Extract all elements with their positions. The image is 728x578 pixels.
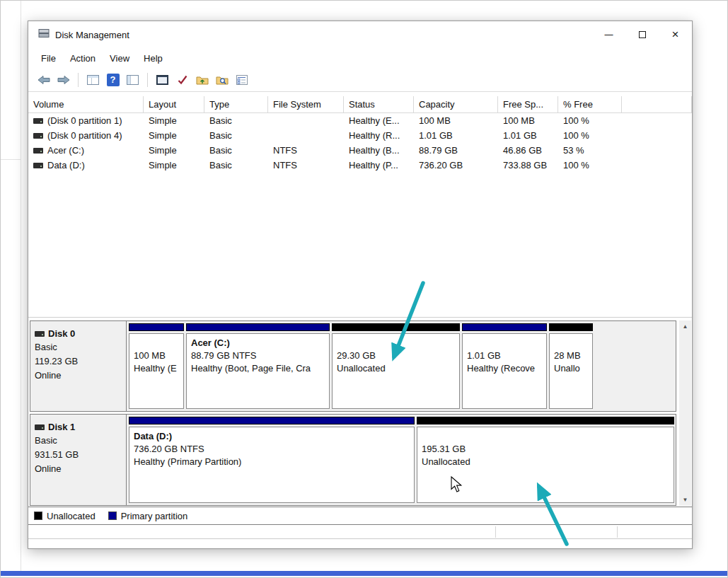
- menu-action[interactable]: Action: [63, 51, 103, 66]
- close-button[interactable]: ×: [659, 21, 692, 48]
- partition-disk1-unallocated[interactable]: 195.31 GB Unallocated: [417, 417, 674, 503]
- toolbar-separator: [78, 73, 79, 87]
- partition-status: Healthy (Recove: [467, 362, 542, 375]
- cell-status: Healthy (E...: [344, 113, 414, 128]
- legend-label: Unallocated: [47, 511, 96, 521]
- disk-type: Basic: [35, 435, 126, 446]
- cell-percent-free: 100 %: [558, 128, 622, 143]
- toolbar-separator: [147, 73, 148, 87]
- cell-volume: (Disk 0 partition 1): [47, 115, 122, 126]
- cell-file-system: NTFS: [268, 143, 344, 158]
- menu-help[interactable]: Help: [137, 51, 170, 66]
- cell-type: Basic: [204, 113, 268, 128]
- partition-disk0-unallocated[interactable]: 29.30 GB Unallocated: [332, 323, 460, 409]
- column-header-type[interactable]: Type: [204, 96, 268, 112]
- disk-name: Disk 0: [48, 328, 75, 339]
- vertical-scrollbar[interactable]: ▲ ▼: [679, 320, 691, 506]
- column-header-free-space[interactable]: Free Sp...: [498, 96, 558, 112]
- partition-color-strip: [462, 323, 547, 331]
- volume-list-pane: Volume Layout Type File System Status Ca…: [28, 96, 692, 318]
- forward-arrow-icon[interactable]: [55, 71, 71, 88]
- cell-volume: (Disk 0 partition 4): [47, 130, 122, 141]
- minimize-icon: —: [605, 30, 613, 40]
- partition-acer-c[interactable]: Acer (C:) 88.79 GB NTFS Healthy (Boot, P…: [186, 323, 330, 409]
- disk-status: Online: [35, 463, 126, 475]
- menubar: File Action View Help: [28, 48, 692, 68]
- cell-file-system: [268, 128, 344, 143]
- column-header-filler: [622, 96, 692, 112]
- disk-0-label[interactable]: Disk 0 Basic 119.23 GB Online: [30, 321, 127, 411]
- disk-0-graph: 100 MB Healthy (E Acer (C:) 88.79 GB NTF…: [127, 321, 676, 411]
- disk-1-graph: Data (D:) 736.20 GB NTFS Healthy (Primar…: [127, 415, 676, 505]
- table-row[interactable]: Data (D:) Simple Basic NTFS Healthy (P..…: [28, 158, 692, 173]
- show-action-pane-icon[interactable]: [125, 71, 141, 88]
- back-arrow-icon[interactable]: [35, 71, 52, 88]
- folder-search-icon[interactable]: [214, 71, 230, 88]
- partition-status: Unallo: [554, 362, 588, 375]
- column-header-file-system[interactable]: File System: [268, 96, 344, 112]
- scroll-down-icon[interactable]: ▼: [679, 494, 691, 506]
- menu-view[interactable]: View: [103, 51, 137, 66]
- column-header-volume[interactable]: Volume: [28, 96, 144, 112]
- cell-file-system: [268, 113, 344, 128]
- scroll-up-icon[interactable]: ▲: [679, 320, 691, 333]
- table-row[interactable]: Acer (C:) Simple Basic NTFS Healthy (B..…: [28, 143, 692, 158]
- partition-color-strip: [417, 417, 674, 424]
- volume-icon: [33, 133, 43, 139]
- cell-status: Healthy (R...: [344, 128, 414, 143]
- cell-free-space: 733.88 GB: [498, 158, 558, 173]
- cell-volume: Acer (C:): [47, 145, 84, 156]
- partition-color-strip: [129, 323, 184, 331]
- disk-1-label[interactable]: Disk 1 Basic 931.51 GB Online: [30, 415, 127, 505]
- column-header-layout[interactable]: Layout: [144, 96, 204, 112]
- partition-status: Healthy (E: [134, 362, 179, 375]
- properties-form-icon[interactable]: [233, 71, 250, 88]
- volume-list-header: Volume Layout Type File System Status Ca…: [28, 96, 692, 113]
- cell-capacity: 1.01 GB: [414, 128, 498, 143]
- partition-name: [337, 337, 455, 349]
- disk-icon: [35, 331, 45, 337]
- cell-capacity: 736.20 GB: [414, 158, 498, 173]
- unallocated-color-swatch: [34, 511, 42, 520]
- disk-size: 931.51 GB: [35, 449, 126, 461]
- column-header-capacity[interactable]: Capacity: [414, 96, 498, 112]
- legend-bar: Unallocated Primary partition: [28, 507, 692, 525]
- cell-layout: Simple: [144, 128, 204, 143]
- table-row[interactable]: (Disk 0 partition 4) Simple Basic Health…: [28, 128, 692, 143]
- partition-size: 100 MB: [134, 349, 179, 362]
- status-bar-divider: [617, 526, 618, 538]
- partition-name: Acer (C:): [191, 337, 325, 349]
- cell-percent-free: 100 %: [558, 158, 622, 173]
- maximize-button[interactable]: [625, 21, 659, 48]
- partition-disk0-efi[interactable]: 100 MB Healthy (E: [129, 323, 184, 409]
- toolbar: ?: [28, 68, 692, 92]
- partition-size: 736.20 GB NTFS: [134, 443, 410, 456]
- cell-status: Healthy (B...: [344, 143, 414, 158]
- show-console-tree-icon[interactable]: [85, 71, 101, 88]
- cell-layout: Simple: [144, 113, 204, 128]
- help-icon[interactable]: ?: [105, 71, 121, 88]
- minimize-button[interactable]: —: [592, 21, 625, 48]
- refresh-check-icon[interactable]: [174, 71, 190, 88]
- legend-item-primary-partition: Primary partition: [108, 511, 188, 521]
- partition-size: 195.31 GB: [422, 443, 669, 456]
- table-row[interactable]: (Disk 0 partition 1) Simple Basic Health…: [28, 113, 692, 128]
- status-bar: [28, 525, 692, 539]
- column-header-status[interactable]: Status: [344, 96, 414, 112]
- folder-up-icon[interactable]: [194, 71, 210, 88]
- partition-data-d[interactable]: Data (D:) 736.20 GB NTFS Healthy (Primar…: [129, 417, 415, 503]
- partition-size: 1.01 GB: [467, 349, 542, 362]
- disk-icon: [35, 424, 45, 430]
- column-header-percent-free[interactable]: % Free: [558, 96, 622, 112]
- partition-disk0-recovery[interactable]: 1.01 GB Healthy (Recove: [462, 323, 547, 409]
- disk-management-window: Disk Management — × File Action View Hel…: [28, 21, 693, 549]
- partition-name: [422, 430, 669, 443]
- menu-file[interactable]: File: [34, 51, 63, 66]
- bottom-blue-bar: [1, 571, 728, 576]
- cell-volume: Data (D:): [47, 160, 85, 170]
- console-window-icon[interactable]: [154, 71, 171, 88]
- partition-disk0-unallocated-small[interactable]: 28 MB Unallo: [549, 323, 593, 409]
- titlebar[interactable]: Disk Management — ×: [28, 21, 692, 48]
- close-icon: ×: [672, 28, 679, 42]
- partition-color-strip: [186, 323, 330, 331]
